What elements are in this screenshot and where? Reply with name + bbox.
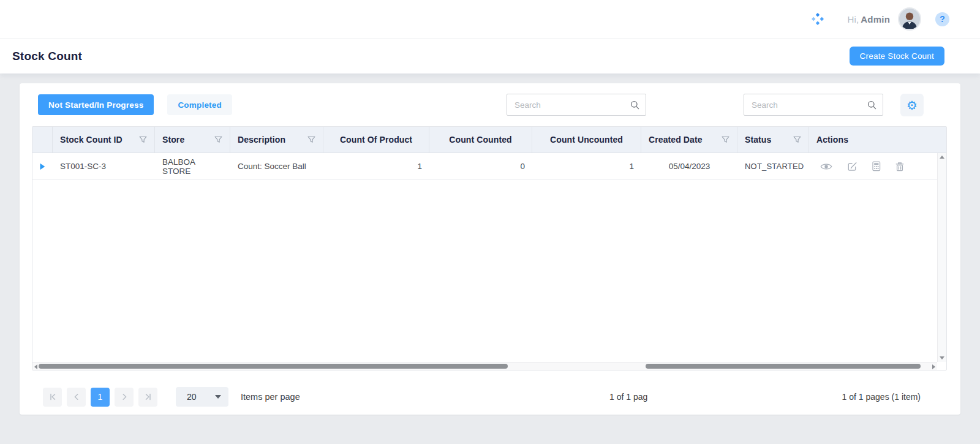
items-per-page-label: Items per page: [241, 392, 300, 402]
header-stock-count-id: Stock Count ID: [53, 127, 155, 152]
pages-summary: 1 of 1 pages (1 item): [842, 392, 921, 402]
horizontal-scrollbar[interactable]: [32, 362, 937, 370]
grid-header-row: Stock Count ID Store Description Count O…: [32, 127, 946, 153]
previous-page-button[interactable]: [67, 388, 86, 407]
tab-completed[interactable]: Completed: [167, 94, 232, 115]
edit-icon[interactable]: [847, 161, 858, 171]
first-page-button[interactable]: [43, 388, 62, 407]
cell-status: NOT_STARTED: [737, 162, 809, 171]
greeting-text: Hi,Admin: [847, 14, 890, 24]
cell-count-of-product: 1: [323, 162, 429, 171]
view-icon[interactable]: [820, 162, 832, 171]
avatar-image: [899, 9, 920, 29]
status-badge: NOT_STARTED: [745, 162, 804, 171]
filter-icon[interactable]: [214, 136, 222, 143]
help-icon[interactable]: ?: [935, 12, 949, 26]
page-number-button[interactable]: 1: [91, 388, 110, 407]
cell-created-date: 05/04/2023: [641, 162, 737, 171]
header-actions: Actions: [809, 127, 946, 152]
stock-count-page: Hi,Admin ? Stock Count Create Stock Coun…: [0, 0, 980, 444]
cell-count-counted: 0: [429, 162, 532, 171]
top-bar: Hi,Admin ?: [0, 0, 980, 39]
scrollbar-thumb[interactable]: [646, 364, 921, 369]
pager-center-summary: 1 of 1 pag: [609, 385, 647, 409]
expand-row-icon[interactable]: [40, 163, 45, 170]
page-title: Stock Count: [12, 50, 82, 63]
filter-icon[interactable]: [139, 136, 147, 143]
page-header: Stock Count Create Stock Count: [0, 39, 980, 73]
pagination-bar: 1 20 Items per page 1 of 1 pages (1 item…: [43, 385, 921, 409]
search-icon: [630, 100, 639, 110]
status-tabs: Not Started/In Progress Completed: [38, 94, 232, 115]
search-box-secondary: [744, 94, 883, 116]
search-input-secondary[interactable]: [744, 100, 867, 110]
header-count-counted: Count Counted: [429, 127, 532, 152]
cell-actions: [809, 161, 937, 171]
scrollbar-thumb[interactable]: [39, 364, 508, 369]
expand-cell: [32, 163, 53, 170]
apps-diamond-icon[interactable]: [810, 12, 825, 26]
tab-not-started-in-progress[interactable]: Not Started/In Progress: [38, 94, 154, 115]
create-stock-count-button[interactable]: Create Stock Count: [850, 47, 944, 66]
avatar[interactable]: [898, 7, 921, 31]
gear-icon[interactable]: ⚙: [900, 94, 924, 116]
cell-description: Count: Soccer Ball: [230, 162, 323, 171]
table-row: ST001-SC-3 BALBOA STORE Count: Soccer Ba…: [32, 153, 937, 180]
chevron-down-icon: [215, 395, 221, 399]
search-icon: [867, 100, 876, 110]
header-created-date: Created Date: [641, 127, 737, 152]
cell-stock-count-id: ST001-SC-3: [53, 162, 155, 171]
page-size-dropdown[interactable]: 20: [176, 387, 228, 407]
header-count-uncounted: Count Uncounted: [532, 127, 641, 152]
calculator-icon[interactable]: [872, 161, 881, 171]
next-page-button[interactable]: [115, 388, 134, 407]
search-input-primary[interactable]: [507, 100, 630, 110]
search-box-primary: [507, 94, 646, 116]
delete-icon[interactable]: [895, 162, 904, 171]
header-count-of-product: Count Of Product: [323, 127, 429, 152]
header-status: Status: [737, 127, 809, 152]
scroll-right-icon[interactable]: [932, 364, 935, 369]
vertical-scrollbar[interactable]: [937, 153, 946, 362]
page-size-value: 20: [187, 392, 197, 402]
scroll-up-icon[interactable]: [940, 156, 944, 159]
scroll-left-icon[interactable]: [34, 364, 37, 369]
last-page-button[interactable]: [138, 388, 157, 407]
stock-count-card: Not Started/In Progress Completed ⚙: [20, 83, 960, 415]
filter-icon[interactable]: [793, 136, 801, 143]
header-store: Store: [155, 127, 230, 152]
filter-icon[interactable]: [307, 136, 315, 143]
main-content: Not Started/In Progress Completed ⚙: [0, 73, 980, 444]
scroll-down-icon[interactable]: [940, 356, 944, 359]
filter-icon[interactable]: [722, 136, 729, 143]
stock-count-grid: Stock Count ID Store Description Count O…: [32, 126, 947, 371]
header-expand: [32, 127, 53, 152]
header-description: Description: [230, 127, 323, 152]
cell-count-uncounted: 1: [532, 162, 641, 171]
cell-store: BALBOA STORE: [155, 157, 230, 176]
card-toolbar: Not Started/In Progress Completed ⚙: [38, 94, 942, 117]
